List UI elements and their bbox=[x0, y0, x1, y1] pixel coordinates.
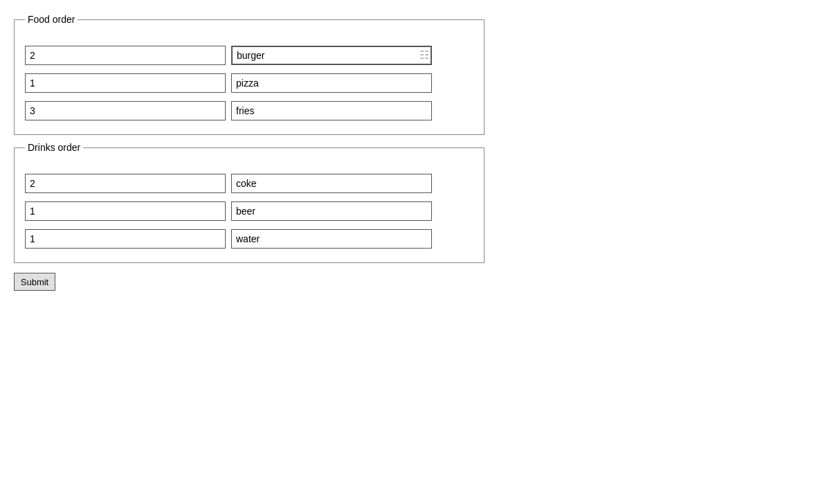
drink-item-3[interactable] bbox=[231, 229, 432, 249]
drink-qty-3[interactable] bbox=[25, 229, 226, 249]
drink-qty-2[interactable] bbox=[25, 201, 226, 221]
food-qty-3[interactable] bbox=[25, 101, 226, 120]
food-order-legend: Food order bbox=[25, 14, 78, 25]
food-qty-2[interactable] bbox=[25, 73, 226, 93]
food-qty-1[interactable] bbox=[25, 46, 226, 65]
food-order-rows: ☷ bbox=[25, 46, 473, 120]
food-row-2 bbox=[25, 73, 473, 93]
drink-row-2 bbox=[25, 201, 473, 221]
drink-qty-1[interactable] bbox=[25, 174, 226, 193]
submit-button[interactable]: Submit bbox=[14, 273, 55, 291]
food-row-1: ☷ bbox=[25, 46, 473, 65]
food-row-3 bbox=[25, 101, 473, 120]
food-item-3[interactable] bbox=[231, 101, 432, 120]
drinks-order-rows bbox=[25, 174, 473, 249]
drink-item-2[interactable] bbox=[231, 201, 432, 221]
food-item-1[interactable] bbox=[231, 46, 432, 65]
page-container: Food order ☷ Drinks order bbox=[7, 7, 825, 298]
drinks-order-legend: Drinks order bbox=[25, 142, 83, 153]
food-order-fieldset: Food order ☷ bbox=[14, 14, 485, 135]
drinks-order-fieldset: Drinks order bbox=[14, 142, 485, 263]
food-item-2[interactable] bbox=[231, 73, 432, 93]
drink-item-1[interactable] bbox=[231, 174, 432, 193]
drink-row-3 bbox=[25, 229, 473, 249]
drink-row-1 bbox=[25, 174, 473, 193]
food-item-1-wrapper: ☷ bbox=[231, 46, 432, 65]
